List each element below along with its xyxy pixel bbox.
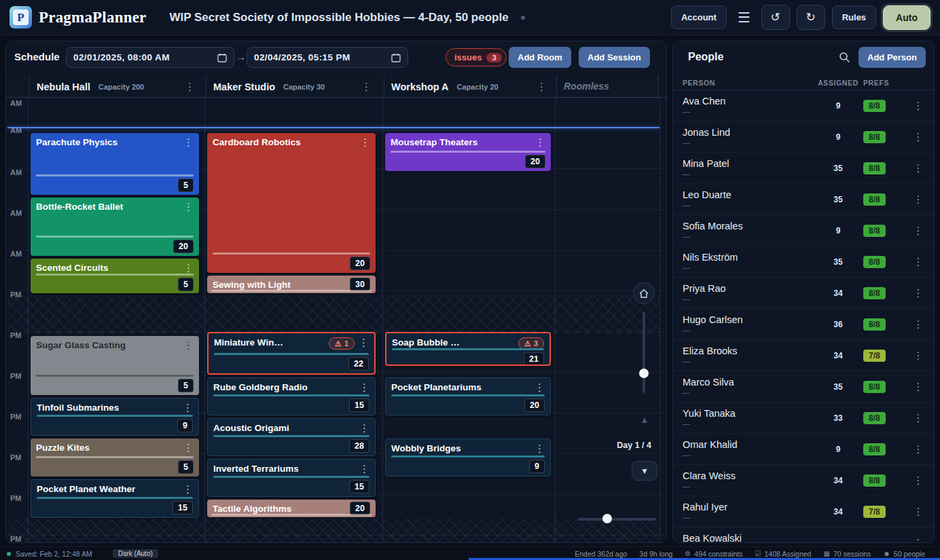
stat-text: 50 people — [894, 550, 925, 558]
end-date-input[interactable]: 02/04/2025, 05:15 PM — [247, 47, 408, 68]
person-row[interactable]: Leo Duarte—358/8⋮ — [673, 184, 934, 215]
person-row[interactable]: Jonas Lind—98/8⋮ — [673, 122, 934, 153]
person-menu-icon[interactable]: ⋮ — [908, 225, 928, 236]
session-menu-icon[interactable]: ⋮ — [359, 464, 369, 474]
next-day-button[interactable]: ▼ — [632, 461, 657, 481]
menu-button[interactable]: ☰ — [734, 9, 755, 26]
time-label: AM — [10, 250, 26, 258]
session-card[interactable]: Soap Bubble …⚠321 — [385, 332, 551, 366]
person-row[interactable]: Ava Chen—98/8⋮ — [673, 90, 934, 122]
session-menu-icon[interactable]: ⋮ — [535, 443, 545, 453]
session-menu-icon[interactable]: ⋮ — [183, 263, 194, 273]
person-menu-icon[interactable]: ⋮ — [908, 163, 928, 173]
session-menu-icon[interactable]: ⋮ — [360, 137, 370, 147]
people-list: Ava Chen—98/8⋮Jonas Lind—98/8⋮Mina Patel… — [673, 90, 934, 543]
home-icon — [639, 289, 649, 298]
session-card[interactable]: Parachute Physics⋮5 — [31, 133, 199, 195]
person-menu-icon[interactable]: ⋮ — [908, 381, 928, 392]
person-row[interactable]: Eliza Brooks—347/8⋮ — [673, 340, 934, 371]
person-row[interactable]: Marco Silva—358/8⋮ — [673, 371, 934, 403]
horizontal-zoom-slider[interactable] — [578, 518, 656, 521]
session-card[interactable]: Sugar Glass Casting⋮5 — [31, 336, 199, 395]
person-menu-icon[interactable]: ⋮ — [908, 288, 928, 298]
session-card[interactable]: Miniature Win…⚠1⋮22 — [207, 332, 376, 375]
schedule-grid[interactable]: AMAMAMAMAMPMPMPMPMPMPMPMParachute Physic… — [6, 98, 666, 543]
search-button[interactable] — [836, 49, 853, 66]
previous-day-button[interactable]: ▲ — [634, 415, 655, 428]
person-row[interactable]: Mina Patel—358/8⋮ — [673, 153, 934, 184]
room-menu-icon[interactable]: ⋮ — [537, 81, 547, 92]
person-row[interactable]: Clara Weiss—348/8⋮ — [673, 465, 934, 496]
person-menu-icon[interactable]: ⋮ — [908, 444, 928, 454]
person-menu-icon[interactable]: ⋮ — [908, 319, 928, 329]
session-card[interactable]: Scented Circuits⋮5 — [31, 259, 199, 293]
session-card[interactable]: Pocket Planet Weather⋮15 — [31, 479, 199, 518]
session-menu-icon[interactable]: ⋮ — [183, 403, 193, 413]
session-menu-icon[interactable]: ⋮ — [359, 423, 369, 433]
vertical-zoom-slider[interactable] — [643, 312, 645, 393]
horizontal-zoom-thumb[interactable] — [602, 514, 612, 523]
person-row[interactable]: Hugo Carlsen—368/8⋮ — [673, 309, 934, 340]
theme-chip[interactable]: Dark (Auto) — [113, 549, 158, 558]
session-card[interactable]: Puzzle Kites⋮5 — [31, 438, 199, 477]
person-row[interactable]: Omar Khalid—98/8⋮ — [673, 434, 934, 465]
vertical-zoom-thumb[interactable] — [639, 369, 649, 378]
person-assigned-count: 35 — [817, 257, 859, 267]
person-menu-icon[interactable]: ⋮ — [908, 350, 928, 360]
person-subtext: — — [683, 482, 817, 491]
session-menu-icon[interactable]: ⋮ — [183, 443, 194, 453]
session-menu-icon[interactable]: ⋮ — [183, 340, 194, 350]
session-card[interactable]: Tactile Algorithms20 — [207, 500, 376, 517]
person-menu-icon[interactable]: ⋮ — [908, 132, 928, 142]
person-menu-icon[interactable]: ⋮ — [908, 100, 928, 111]
person-menu-icon[interactable]: ⋮ — [908, 413, 928, 423]
person-info: Priya Rao— — [683, 283, 817, 303]
home-view-button[interactable] — [633, 282, 655, 304]
person-menu-icon[interactable]: ⋮ — [908, 475, 928, 485]
person-row[interactable]: Nils Ekström—358/8⋮ — [673, 246, 934, 278]
session-card[interactable]: Tinfoil Submarines⋮9 — [31, 398, 199, 436]
session-menu-icon[interactable]: ⋮ — [359, 337, 369, 348]
person-row[interactable]: Sofia Morales—98/8⋮ — [673, 215, 934, 246]
session-menu-icon[interactable]: ⋮ — [183, 137, 194, 147]
start-date-input[interactable]: 02/01/2025, 08:00 AM — [66, 47, 234, 68]
session-menu-icon[interactable]: ⋮ — [359, 382, 369, 392]
person-menu-icon[interactable]: ⋮ — [908, 538, 928, 543]
time-label: AM — [10, 99, 26, 107]
time-label: PM — [10, 413, 26, 421]
session-card[interactable]: Acoustic Origami⋮28 — [207, 418, 376, 456]
session-card[interactable]: Mousetrap Theaters⋮20 — [385, 133, 551, 171]
session-card[interactable]: Rube Goldberg Radio⋮15 — [207, 377, 376, 415]
session-menu-icon[interactable]: ⋮ — [535, 382, 545, 392]
session-card[interactable]: Pocket Planetariums⋮20 — [385, 377, 551, 415]
prefs-badge: 8/8 — [863, 193, 886, 206]
session-card[interactable]: Sewing with Light30 — [207, 276, 376, 293]
add-person-button[interactable]: Add Person — [858, 47, 926, 68]
session-card[interactable]: Cardboard Robotics⋮20 — [207, 133, 376, 273]
session-card[interactable]: Wobbly Bridges⋮9 — [385, 438, 551, 477]
session-menu-icon[interactable]: ⋮ — [183, 202, 194, 212]
person-row[interactable]: Bea Kowalski—⋮ — [673, 527, 934, 543]
person-menu-icon[interactable]: ⋮ — [908, 257, 928, 267]
room-menu-icon[interactable]: ⋮ — [361, 81, 372, 92]
auto-button[interactable]: Auto — [883, 5, 930, 30]
issues-pill[interactable]: issues 3 — [446, 48, 507, 67]
person-menu-icon[interactable]: ⋮ — [908, 194, 928, 204]
session-card[interactable]: Bottle-Rocket Ballet⋮20 — [31, 198, 199, 256]
person-row[interactable]: Priya Rao—348/8⋮ — [673, 278, 934, 309]
add-session-button[interactable]: Add Session — [579, 47, 650, 68]
session-card[interactable]: Inverted Terrariums⋮15 — [207, 459, 376, 497]
add-room-button[interactable]: Add Room — [509, 47, 571, 68]
person-row[interactable]: Rahul Iyer—347/8⋮ — [673, 496, 934, 527]
person-row[interactable]: Yuki Tanaka—338/8⋮ — [673, 403, 934, 434]
redo-icon: ↻ — [806, 11, 816, 24]
undo-button[interactable]: ↺ — [761, 5, 790, 30]
rules-button[interactable]: Rules — [832, 5, 876, 29]
room-menu-icon[interactable]: ⋮ — [185, 81, 195, 92]
redo-button[interactable]: ↻ — [797, 5, 825, 30]
session-menu-icon[interactable]: ⋮ — [183, 484, 193, 494]
person-menu-icon[interactable]: ⋮ — [908, 506, 928, 517]
session-menu-icon[interactable]: ⋮ — [535, 137, 545, 147]
attendance-bar — [36, 174, 194, 176]
account-button[interactable]: Account — [671, 5, 727, 29]
